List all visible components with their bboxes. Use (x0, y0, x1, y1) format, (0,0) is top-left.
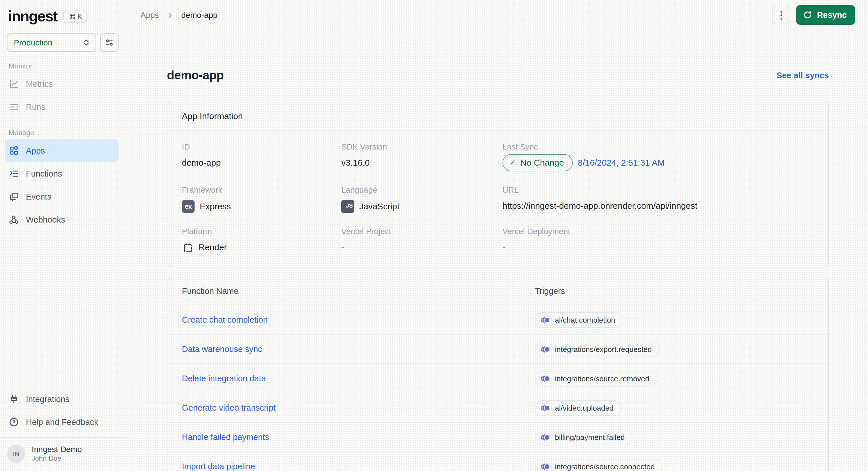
event-trigger-icon (540, 462, 550, 471)
sliders-icon (105, 38, 114, 47)
functions-table-header: Function Name Triggers (167, 277, 828, 305)
sidebar-item-label: Webhooks (26, 215, 65, 224)
field-label: SDK Version (341, 142, 502, 151)
field-vercel-deployment: Vercel Deployment - (502, 227, 814, 253)
sync-icon (803, 10, 812, 20)
trigger-badge[interactable]: ai/video.uploaded (535, 400, 622, 415)
page-title: demo-app (167, 68, 224, 82)
command-icon: ⌘ (69, 13, 76, 21)
table-row: Handle failed payments billing/payment.f… (167, 423, 828, 452)
question-circle-icon (9, 417, 19, 427)
sidebar-item-webhooks[interactable]: Webhooks (5, 208, 119, 231)
function-link[interactable]: Data warehouse sync (182, 344, 535, 354)
function-link[interactable]: Delete integration data (182, 374, 535, 383)
field-label: Language (341, 185, 502, 194)
field-label: Vercel Project (341, 227, 502, 236)
function-link[interactable]: Create chat completion (182, 315, 535, 324)
page-content: demo-app See all syncs App Information I… (127, 31, 868, 471)
function-link[interactable]: Handle failed payments (182, 433, 535, 442)
event-trigger-icon (540, 433, 550, 441)
function-link[interactable]: Generate video transcript (182, 403, 535, 412)
field-label: Last Sync (502, 142, 814, 151)
sidebar-item-metrics[interactable]: Metrics (5, 72, 119, 96)
sidebar-item-help[interactable]: Help and Feedback (5, 411, 119, 434)
trigger-badge[interactable]: integrations/source.removed (535, 371, 657, 386)
command-palette-shortcut[interactable]: ⌘K (64, 10, 87, 23)
sidebar-item-integrations[interactable]: Integrations (5, 388, 119, 411)
table-row: Import data pipeline integrations/source… (167, 452, 828, 471)
trigger-label: billing/payment.failed (555, 433, 625, 441)
event-trigger-icon (540, 315, 550, 324)
table-row: Create chat completion ai/chat.completio… (167, 305, 828, 335)
sidebar-item-label: Apps (26, 146, 45, 155)
trigger-badge[interactable]: ai/chat.completion (535, 312, 623, 328)
field-label: Framework (182, 185, 341, 194)
sidebar-item-label: Runs (26, 102, 45, 111)
sidebar-item-events[interactable]: Events (5, 185, 119, 208)
function-link[interactable]: Import data pipeline (182, 462, 535, 471)
field-value: - (341, 241, 502, 253)
breadcrumb-current: demo-app (181, 10, 218, 20)
javascript-icon: JS (341, 200, 354, 213)
last-sync-date-link[interactable]: 8/16/2024, 2:51:31 AM (578, 157, 665, 168)
main-area: Apps demo-app Resync de (127, 0, 868, 471)
sidebar-item-runs[interactable]: Runs (5, 96, 119, 119)
column-triggers: Triggers (535, 287, 828, 296)
no-change-label: No Change (520, 157, 564, 168)
functions-icon (9, 168, 19, 179)
chevron-right-icon (166, 11, 174, 19)
sidebar-item-functions[interactable]: Functions (5, 162, 119, 185)
breadcrumb-apps[interactable]: Apps (141, 10, 159, 20)
field-value: v3.16.0 (341, 157, 502, 168)
environment-select[interactable]: Production (7, 33, 96, 52)
inngest-logo: inngest (8, 7, 57, 25)
breadcrumb: Apps demo-app (141, 10, 218, 20)
sidebar-item-label: Events (26, 192, 52, 201)
sidebar-item-apps[interactable]: Apps (5, 139, 119, 162)
render-icon (182, 241, 193, 253)
sidebar-item-label: Functions (26, 169, 62, 178)
user-menu[interactable]: IN Inngest Demo John Doe (0, 438, 127, 471)
field-platform: Platform Render (182, 227, 341, 253)
field-value: JavaScript (359, 201, 400, 212)
sidebar-item-label: Help and Feedback (26, 417, 98, 427)
trigger-badge[interactable]: integrations/source.connected (535, 459, 663, 471)
avatar: IN (7, 444, 25, 463)
table-row: Generate video transcript ai/video.uploa… (167, 393, 828, 423)
sidebar-item-label: Integrations (26, 395, 70, 404)
user-name: John Doe (32, 454, 82, 463)
field-value: demo-app (182, 157, 341, 168)
trigger-label: integrations/export.requested (555, 345, 652, 354)
app-information-title: App Information (167, 101, 828, 131)
check-icon: ✓ (509, 157, 516, 168)
trigger-badge[interactable]: integrations/export.requested (535, 341, 660, 357)
sidebar-nav: Monitor Metrics Runs Manage Apps (0, 52, 127, 231)
field-vercel-project: Vercel Project - (341, 227, 502, 253)
sidebar: inngest ⌘K Production Monitor (0, 0, 127, 471)
trigger-label: integrations/source.removed (555, 374, 649, 383)
field-value: https://inngest-demo-app.onrender.com/ap… (502, 200, 814, 212)
chevron-up-down-icon (82, 38, 90, 46)
more-actions-button[interactable] (772, 6, 790, 24)
express-icon: ex (182, 200, 194, 213)
trigger-label: ai/video.uploaded (555, 403, 614, 412)
kebab-icon (780, 11, 782, 19)
nav-section-manage: Manage (9, 129, 127, 137)
column-function-name: Function Name (182, 287, 535, 296)
resync-button[interactable]: Resync (796, 5, 855, 25)
topbar: Apps demo-app Resync (127, 0, 868, 31)
sidebar-item-label: Metrics (26, 79, 53, 89)
event-trigger-icon (540, 403, 550, 412)
apps-grid-icon (9, 145, 19, 156)
see-all-syncs-link[interactable]: See all syncs (776, 71, 829, 80)
trigger-label: integrations/source.connected (555, 462, 655, 471)
user-org: Inngest Demo (32, 444, 82, 454)
environment-value: Production (14, 38, 52, 47)
event-trigger-icon (540, 345, 550, 354)
trigger-badge[interactable]: billing/payment.failed (535, 429, 633, 445)
field-label: Vercel Deployment (502, 227, 814, 236)
shortcut-key-label: K (78, 13, 82, 21)
plug-icon (9, 394, 19, 404)
runs-list-icon (9, 102, 19, 112)
environment-settings-button[interactable] (100, 33, 119, 52)
